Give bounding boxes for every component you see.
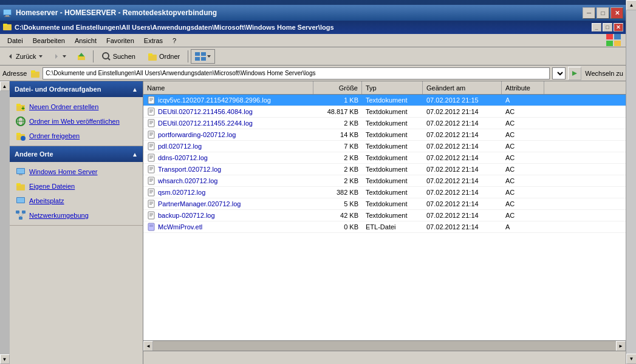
close-button[interactable]: ✕ [610,7,623,19]
menu-ansicht[interactable]: Ansicht [70,36,101,46]
address-dropdown[interactable] [552,67,566,79]
file-size-cell: 1 KB [313,96,362,104]
desktop-scrollbar[interactable]: ▲ ▼ [626,0,636,364]
table-row[interactable]: icqv5vc.120207.2115427968.2996.log 1 KB … [143,95,626,106]
table-row[interactable]: Transport.020712.log 2 KB Textdokument 0… [143,164,626,175]
file-attr-cell: AC [502,154,544,161]
explorer-content: C:\Dokumente und Einstellungen\All Users… [0,21,626,364]
menu-favoriten[interactable]: Favoriten [101,36,139,46]
col-header-date[interactable]: Geändert am [423,81,502,94]
file-name-cell: qsm.020712.log [143,188,313,197]
title-bar-buttons: ─ □ ✕ [583,7,623,19]
table-row[interactable]: DEUtil.020712.211455.2244.log 2 KB Textd… [143,118,626,129]
file-date-cell: 07.02.2012 21:14 [423,108,502,115]
scroll-right-btn[interactable]: ► [616,341,626,351]
arbeitsplatz-icon [16,196,26,206]
table-row[interactable]: DEUtil.020712.211456.4084.log 48.817 KB … [143,106,626,118]
table-row[interactable]: backup-020712.log 42 KB Textdokument 07.… [143,210,626,221]
file-attr-cell: A [502,223,544,231]
table-row[interactable]: McWmiProv.etl 0 KB ETL-Datei 07.02.2012 … [143,221,626,233]
left-panel: Datei- und Ordneraufgaben ▲ + Neuen Ord [10,81,143,364]
forward-dropdown-icon [62,53,67,60]
file-size-cell: 5 KB [313,200,362,207]
file-type-cell: Textdokument [362,131,423,138]
scroll-up-btn[interactable]: ▲ [0,81,10,91]
scroll-left-btn[interactable]: ◄ [143,341,153,351]
file-type-cell: Textdokument [362,177,423,184]
new-folder-item[interactable]: + Neuen Ordner erstellen [15,101,138,113]
col-header-size[interactable]: Größe [313,81,362,94]
back-dropdown-icon [38,53,43,60]
svg-rect-36 [614,41,621,46]
file-name-text: qsm.020712.log [158,189,205,196]
other-places-items: Windows Home Server Eigene Dateien [10,162,143,225]
bottom-scrollbar[interactable]: ◄ ► [143,340,626,351]
file-etl-icon [147,223,156,231]
file-rows[interactable]: icqv5vc.120207.2115427968.2996.log 1 KB … [143,95,626,340]
windows-logo-area [606,34,621,47]
scrollbar-up-btn[interactable]: ▲ [626,0,636,10]
left-scroll-bar[interactable]: ▲ ▼ [0,81,10,364]
svg-rect-113 [148,200,154,207]
arbeitsplatz-item[interactable]: Arbeitsplatz [15,195,138,207]
col-header-type[interactable]: Typ [362,81,423,94]
file-name-text: icqv5vc.120207.2115427968.2996.log [158,96,271,104]
col-header-name[interactable]: Name [143,81,313,94]
other-places-header[interactable]: Andere Orte ▲ [10,146,143,162]
file-size-cell: 382 KB [313,189,362,196]
view-button[interactable] [191,49,215,64]
scrollbar-down-btn[interactable]: ▼ [626,354,636,364]
toolbar: Zurück [0,47,626,66]
table-row[interactable]: PartnerManager.020712.log 5 KB Textdokum… [143,198,626,210]
file-name-cell: ddns-020712.log [143,153,313,162]
menu-help[interactable]: ? [168,36,181,46]
windows-home-server-item[interactable]: Windows Home Server [15,166,138,178]
explorer-minimize-btn[interactable]: _ [592,23,601,32]
menu-datei[interactable]: Datei [2,36,28,46]
svg-marker-37 [9,54,12,59]
folders-button[interactable]: Ordner [142,49,185,64]
file-name-cell: DEUtil.020712.211455.2244.log [143,119,313,127]
explorer-close-btn[interactable]: ✕ [614,23,623,32]
table-row[interactable]: whsarch.020712.log 2 KB Textdokument 07.… [143,175,626,187]
publish-web-item[interactable]: Ordner im Web veröffentlichen [15,115,138,127]
table-row[interactable]: pdl.020712.log 7 KB Textdokument 07.02.2… [143,141,626,152]
menu-bearbeiten[interactable]: Bearbeiten [28,36,70,46]
address-bar: Adresse Wechseln zu [0,66,626,81]
table-row[interactable]: ddns-020712.log 2 KB Textdokument 07.02.… [143,152,626,164]
address-input[interactable] [43,67,550,79]
file-text-icon [147,177,156,185]
svg-text:+: + [21,105,25,112]
minimize-button[interactable]: ─ [583,7,595,19]
file-tasks-section: Datei- und Ordneraufgaben ▲ + Neuen Ord [10,81,143,146]
file-date-cell: 07.02.2012 21:14 [423,212,502,219]
file-tasks-items: + Neuen Ordner erstellen Ordne [10,97,143,146]
file-attr-cell: AC [502,212,544,219]
file-size-cell: 48.817 KB [313,108,362,115]
back-button[interactable]: Zurück [2,49,47,64]
rdp-title-icon [2,8,12,18]
svg-rect-63 [16,133,21,135]
menu-extras[interactable]: Extras [139,36,168,46]
netzwerk-item[interactable]: Netzwerkumgebung [15,209,138,221]
share-folder-item[interactable]: Ordner freigeben [15,130,138,142]
file-attr-cell: AC [502,200,544,207]
scroll-down-btn[interactable]: ▼ [0,354,10,364]
search-button[interactable]: Suchen [96,49,141,64]
go-button[interactable] [568,67,581,80]
file-date-cell: 07.02.2012 21:14 [423,200,502,207]
address-folder-icon [30,69,40,78]
col-header-attr[interactable]: Attribute [502,81,544,94]
table-row[interactable]: portforwarding-020712.log 14 KB Textdoku… [143,129,626,141]
maximize-button[interactable]: □ [597,7,609,19]
up-button[interactable] [72,49,91,64]
file-text-icon [147,107,156,116]
eigene-dateien-item[interactable]: Eigene Dateien [15,180,138,192]
table-row[interactable]: qsm.020712.log 382 KB Textdokument 07.02… [143,187,626,198]
svg-rect-93 [148,143,154,150]
svg-rect-117 [148,212,154,219]
forward-button[interactable] [49,49,71,64]
explorer-maximize-btn[interactable]: □ [603,23,612,32]
svg-marker-43 [78,53,84,56]
file-tasks-header[interactable]: Datei- und Ordneraufgaben ▲ [10,81,143,97]
